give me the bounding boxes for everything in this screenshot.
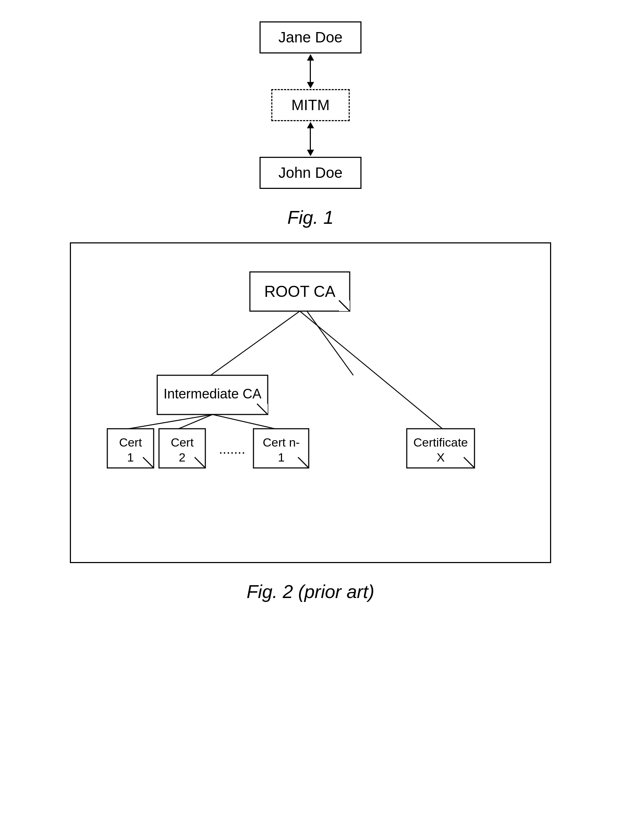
diagram1: Jane Doe MITM John Doe: [259, 21, 362, 189]
intermediate-ca-node: Intermediate CA: [157, 375, 268, 415]
line-int-to-cert2: [179, 415, 212, 429]
svg-text:2: 2: [179, 451, 186, 464]
certx-node: Certificate X: [407, 429, 474, 468]
line-root-to-intermediate: [211, 311, 300, 375]
arrow2: [307, 121, 314, 157]
certn1-node: Cert n- 1: [253, 429, 309, 468]
jane-doe-label: Jane Doe: [279, 29, 342, 45]
bidir-arrow-2: [307, 122, 314, 156]
svg-text:.......: .......: [219, 442, 245, 457]
line-root-to-certx: [300, 311, 442, 429]
svg-text:Cert: Cert: [171, 436, 194, 449]
john-doe-box: John Doe: [259, 157, 362, 189]
svg-text:1: 1: [278, 451, 285, 464]
fig2-diagram-box: ROOT CA Intermediate CA: [70, 242, 551, 563]
john-doe-label: John Doe: [279, 164, 342, 181]
svg-text:X: X: [437, 451, 445, 464]
cert2-node: Cert 2: [159, 429, 205, 468]
arrowhead-down-2: [307, 150, 314, 156]
fig1-label: Fig. 1: [287, 207, 334, 228]
line-int-to-cert1: [129, 415, 212, 429]
arrowhead-down-1: [307, 82, 314, 88]
line-int-to-certn1: [212, 415, 275, 429]
figure2-section: ROOT CA Intermediate CA: [0, 242, 621, 602]
svg-text:Cert n-: Cert n-: [263, 436, 300, 449]
svg-text:Intermediate CA: Intermediate CA: [164, 386, 262, 401]
line-root-fan: [307, 311, 353, 375]
arrow-line-1: [310, 61, 311, 82]
svg-text:Cert: Cert: [119, 436, 142, 449]
svg-text:1: 1: [127, 451, 134, 464]
mitm-label: MITM: [291, 97, 329, 114]
arrowhead-up-1: [307, 54, 314, 61]
arrow-line-2: [310, 128, 311, 150]
fig2-label: Fig. 2 (prior art): [247, 581, 374, 602]
mitm-box: MITM: [271, 89, 350, 121]
tree-diagram-svg: ROOT CA Intermediate CA: [97, 265, 524, 532]
svg-text:Certificate: Certificate: [413, 436, 468, 449]
svg-text:ROOT CA: ROOT CA: [264, 283, 335, 300]
jane-doe-box: Jane Doe: [259, 21, 362, 53]
figure1-section: Jane Doe MITM John Doe Fig. 1: [0, 21, 621, 228]
root-ca-node: ROOT CA: [250, 272, 350, 311]
arrowhead-up-2: [307, 122, 314, 128]
arrow1: [307, 53, 314, 89]
bidir-arrow-1: [307, 54, 314, 88]
cert1-node: Cert 1: [107, 429, 154, 468]
